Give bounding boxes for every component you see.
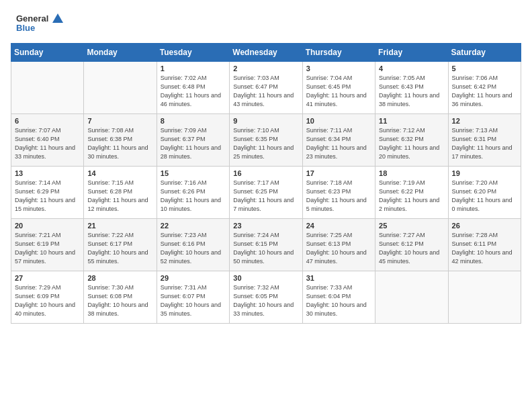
day-info: Sunrise: 7:02 AMSunset: 6:48 PMDaylight:…	[161, 74, 226, 109]
day-info: Sunrise: 7:27 AMSunset: 6:12 PMDaylight:…	[379, 231, 444, 266]
logo-text: General Blue	[16, 12, 63, 38]
day-info: Sunrise: 7:25 AMSunset: 6:13 PMDaylight:…	[306, 231, 371, 266]
day-cell: 29Sunrise: 7:31 AMSunset: 6:07 PMDayligh…	[157, 271, 229, 323]
day-cell: 26Sunrise: 7:28 AMSunset: 6:11 PMDayligh…	[448, 218, 521, 271]
day-cell	[11, 61, 84, 113]
day-info: Sunrise: 7:29 AMSunset: 6:09 PMDaylight:…	[15, 283, 80, 318]
day-cell: 28Sunrise: 7:30 AMSunset: 6:08 PMDayligh…	[84, 271, 157, 323]
weekday-header-sunday: Sunday	[11, 43, 84, 61]
day-number: 12	[452, 117, 517, 125]
day-info: Sunrise: 7:31 AMSunset: 6:07 PMDaylight:…	[161, 283, 226, 318]
day-number: 5	[452, 64, 517, 73]
day-info: Sunrise: 7:33 AMSunset: 6:04 PMDaylight:…	[306, 283, 371, 318]
day-cell: 18Sunrise: 7:19 AMSunset: 6:22 PMDayligh…	[375, 166, 448, 218]
day-cell: 3Sunrise: 7:04 AMSunset: 6:45 PMDaylight…	[302, 61, 375, 113]
day-cell: 2Sunrise: 7:03 AMSunset: 6:47 PMDaylight…	[230, 61, 302, 113]
day-number: 31	[306, 274, 371, 282]
day-number: 21	[87, 222, 152, 230]
day-cell	[84, 61, 157, 113]
svg-text:Blue: Blue	[16, 23, 35, 33]
day-cell: 16Sunrise: 7:17 AMSunset: 6:25 PMDayligh…	[230, 166, 302, 218]
weekday-header-thursday: Thursday	[302, 43, 375, 61]
day-cell: 15Sunrise: 7:16 AMSunset: 6:26 PMDayligh…	[157, 166, 229, 218]
day-number: 10	[306, 117, 371, 125]
logo: General Blue	[16, 12, 63, 38]
day-number: 11	[379, 117, 444, 125]
day-cell: 14Sunrise: 7:15 AMSunset: 6:28 PMDayligh…	[84, 166, 157, 218]
week-row-4: 20Sunrise: 7:21 AMSunset: 6:19 PMDayligh…	[11, 218, 521, 271]
day-number: 2	[233, 64, 298, 73]
day-info: Sunrise: 7:11 AMSunset: 6:34 PMDaylight:…	[306, 126, 371, 161]
day-cell	[375, 271, 448, 323]
weekday-header-wednesday: Wednesday	[230, 43, 302, 61]
day-cell: 17Sunrise: 7:18 AMSunset: 6:23 PMDayligh…	[302, 166, 375, 218]
day-cell: 22Sunrise: 7:23 AMSunset: 6:16 PMDayligh…	[157, 218, 229, 271]
week-row-1: 1Sunrise: 7:02 AMSunset: 6:48 PMDaylight…	[11, 61, 521, 113]
day-cell: 9Sunrise: 7:10 AMSunset: 6:35 PMDaylight…	[230, 113, 302, 166]
day-info: Sunrise: 7:20 AMSunset: 6:20 PMDaylight:…	[452, 179, 517, 214]
day-info: Sunrise: 7:16 AMSunset: 6:26 PMDaylight:…	[161, 179, 226, 214]
day-number: 19	[452, 169, 517, 177]
day-cell: 31Sunrise: 7:33 AMSunset: 6:04 PMDayligh…	[302, 271, 375, 323]
day-number: 4	[379, 64, 444, 73]
day-cell: 13Sunrise: 7:14 AMSunset: 6:29 PMDayligh…	[11, 166, 84, 218]
day-cell: 11Sunrise: 7:12 AMSunset: 6:32 PMDayligh…	[375, 113, 448, 166]
day-number: 18	[379, 169, 444, 177]
day-cell: 19Sunrise: 7:20 AMSunset: 6:20 PMDayligh…	[448, 166, 521, 218]
day-number: 3	[306, 64, 371, 73]
day-info: Sunrise: 7:08 AMSunset: 6:38 PMDaylight:…	[87, 126, 152, 161]
day-number: 30	[233, 274, 298, 282]
day-number: 20	[15, 222, 80, 230]
weekday-header-saturday: Saturday	[448, 43, 521, 61]
day-info: Sunrise: 7:10 AMSunset: 6:35 PMDaylight:…	[233, 126, 298, 161]
day-info: Sunrise: 7:13 AMSunset: 6:31 PMDaylight:…	[452, 126, 517, 161]
day-number: 16	[233, 169, 298, 177]
day-number: 6	[15, 117, 80, 125]
weekday-header-monday: Monday	[84, 43, 157, 61]
day-number: 9	[233, 117, 298, 125]
day-cell: 4Sunrise: 7:05 AMSunset: 6:43 PMDaylight…	[375, 61, 448, 113]
day-cell: 20Sunrise: 7:21 AMSunset: 6:19 PMDayligh…	[11, 218, 84, 271]
day-cell: 1Sunrise: 7:02 AMSunset: 6:48 PMDaylight…	[157, 61, 229, 113]
day-number: 1	[161, 64, 226, 73]
day-info: Sunrise: 7:07 AMSunset: 6:40 PMDaylight:…	[15, 126, 80, 161]
day-number: 27	[15, 274, 80, 282]
day-info: Sunrise: 7:06 AMSunset: 6:42 PMDaylight:…	[452, 74, 517, 109]
day-cell	[448, 271, 521, 323]
day-info: Sunrise: 7:18 AMSunset: 6:23 PMDaylight:…	[306, 179, 371, 214]
svg-marker-2	[52, 13, 63, 23]
day-number: 17	[306, 169, 371, 177]
day-cell: 6Sunrise: 7:07 AMSunset: 6:40 PMDaylight…	[11, 113, 84, 166]
day-cell: 24Sunrise: 7:25 AMSunset: 6:13 PMDayligh…	[302, 218, 375, 271]
day-cell: 7Sunrise: 7:08 AMSunset: 6:38 PMDaylight…	[84, 113, 157, 166]
day-info: Sunrise: 7:09 AMSunset: 6:37 PMDaylight:…	[161, 126, 226, 161]
day-number: 15	[161, 169, 226, 177]
day-info: Sunrise: 7:21 AMSunset: 6:19 PMDaylight:…	[15, 231, 80, 266]
day-cell: 8Sunrise: 7:09 AMSunset: 6:37 PMDaylight…	[157, 113, 229, 166]
day-number: 13	[15, 169, 80, 177]
day-info: Sunrise: 7:05 AMSunset: 6:43 PMDaylight:…	[379, 74, 444, 109]
svg-text:General: General	[16, 13, 48, 24]
day-info: Sunrise: 7:14 AMSunset: 6:29 PMDaylight:…	[15, 179, 80, 214]
logo-svg: General Blue	[16, 12, 63, 35]
day-info: Sunrise: 7:24 AMSunset: 6:15 PMDaylight:…	[233, 231, 298, 266]
day-number: 29	[161, 274, 226, 282]
day-info: Sunrise: 7:03 AMSunset: 6:47 PMDaylight:…	[233, 74, 298, 109]
day-cell: 10Sunrise: 7:11 AMSunset: 6:34 PMDayligh…	[302, 113, 375, 166]
day-cell: 23Sunrise: 7:24 AMSunset: 6:15 PMDayligh…	[230, 218, 302, 271]
day-info: Sunrise: 7:19 AMSunset: 6:22 PMDaylight:…	[379, 179, 444, 214]
calendar-wrapper: SundayMondayTuesdayWednesdayThursdayFrid…	[0, 43, 532, 334]
day-number: 28	[87, 274, 152, 282]
day-number: 23	[233, 222, 298, 230]
day-number: 7	[87, 117, 152, 125]
day-number: 14	[87, 169, 152, 177]
day-number: 25	[379, 222, 444, 230]
day-number: 24	[306, 222, 371, 230]
day-info: Sunrise: 7:04 AMSunset: 6:45 PMDaylight:…	[306, 74, 371, 109]
week-row-2: 6Sunrise: 7:07 AMSunset: 6:40 PMDaylight…	[11, 113, 521, 166]
day-number: 22	[161, 222, 226, 230]
day-info: Sunrise: 7:15 AMSunset: 6:28 PMDaylight:…	[87, 179, 152, 214]
day-cell: 27Sunrise: 7:29 AMSunset: 6:09 PMDayligh…	[11, 271, 84, 323]
day-number: 8	[161, 117, 226, 125]
day-info: Sunrise: 7:17 AMSunset: 6:25 PMDaylight:…	[233, 179, 298, 214]
